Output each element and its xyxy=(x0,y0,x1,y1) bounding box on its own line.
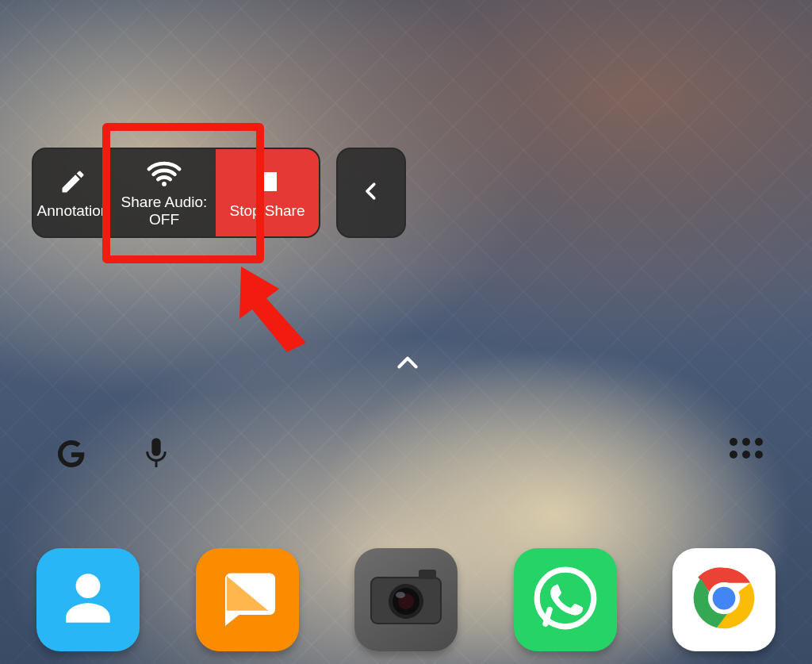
chevron-left-icon xyxy=(359,174,383,212)
app-drawer-button[interactable] xyxy=(728,435,764,465)
google-g-icon xyxy=(54,436,89,474)
pencil-icon xyxy=(59,164,87,199)
share-audio-label: Share Audio: OFF xyxy=(121,194,208,228)
app-drawer-handle[interactable] xyxy=(395,354,420,374)
svg-rect-12 xyxy=(419,570,436,579)
share-audio-button[interactable]: Share Audio: OFF xyxy=(113,149,216,236)
stop-icon xyxy=(253,164,282,199)
phone-home-screen: { "toolbar": { "annotation_label": "Anno… xyxy=(0,0,812,664)
annotation-label: Annotation xyxy=(37,202,109,220)
chevron-up-icon xyxy=(395,360,420,374)
svg-point-7 xyxy=(742,451,750,459)
app-whatsapp[interactable] xyxy=(514,548,617,651)
app-camera[interactable] xyxy=(354,548,458,651)
svg-point-4 xyxy=(742,438,750,446)
screen-share-toolbar: Annotation Share Audio: OFF Stop Sh xyxy=(32,148,406,238)
svg-point-16 xyxy=(396,592,405,598)
svg-point-8 xyxy=(755,451,763,459)
svg-point-0 xyxy=(162,182,167,186)
wifi-icon xyxy=(146,155,182,190)
camera-icon xyxy=(366,566,446,633)
stop-share-button[interactable]: Stop Share xyxy=(216,149,319,236)
screen-share-toolbar-group: Annotation Share Audio: OFF Stop Sh xyxy=(32,148,320,238)
svg-point-3 xyxy=(730,438,737,446)
chat-bubble-icon xyxy=(214,565,281,635)
six-dots-icon xyxy=(728,451,764,464)
person-icon xyxy=(59,569,117,631)
collapse-toolbar-button[interactable] xyxy=(336,148,406,238)
app-chrome[interactable] xyxy=(672,548,776,651)
microphone-icon[interactable] xyxy=(143,435,170,476)
stop-share-label: Stop Share xyxy=(229,202,304,220)
svg-point-5 xyxy=(755,438,763,446)
svg-point-6 xyxy=(730,451,737,459)
app-messages[interactable] xyxy=(196,548,299,651)
dock xyxy=(0,548,812,651)
whatsapp-icon xyxy=(531,564,599,635)
google-search-widget[interactable] xyxy=(54,435,170,476)
app-contacts[interactable] xyxy=(36,548,140,651)
chrome-icon xyxy=(688,562,760,638)
annotation-button[interactable]: Annotation xyxy=(33,149,113,236)
svg-rect-1 xyxy=(258,172,277,191)
